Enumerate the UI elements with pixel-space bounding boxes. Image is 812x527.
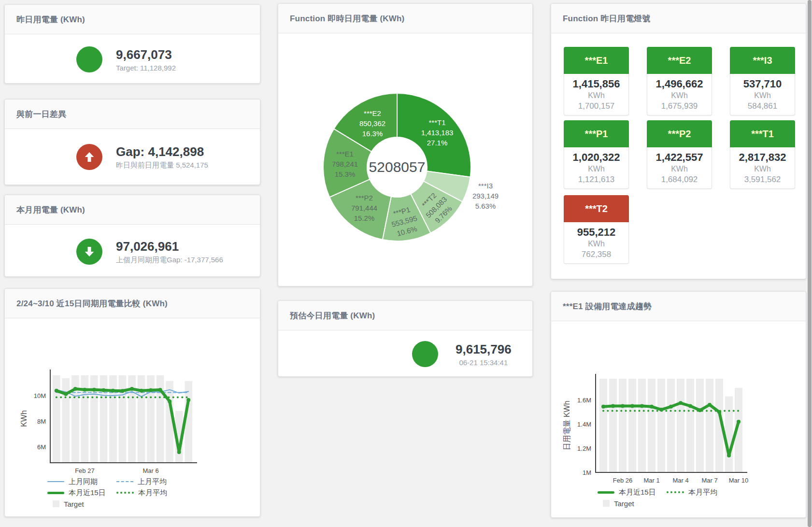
status-tile[interactable]: ***P11,020,322KWh1,121,613 xyxy=(564,120,629,189)
series-point xyxy=(168,399,171,403)
status-tile-body: 1,422,557KWh1,684,092 xyxy=(647,147,712,189)
series-point xyxy=(111,389,115,393)
series-point xyxy=(698,408,702,412)
legend-item[interactable]: 本月近15日 xyxy=(47,488,116,498)
series-point xyxy=(737,420,741,424)
series-point xyxy=(640,404,644,408)
status-tile[interactable]: ***E21,496,662KWh1,675,939 xyxy=(647,47,712,115)
status-tile[interactable]: ***I3537,710KWh584,861 xyxy=(730,47,795,115)
pie-slice-T1[interactable] xyxy=(397,93,471,177)
estimate-today-value: 9,615,796 xyxy=(456,342,512,356)
target-bar xyxy=(648,379,655,472)
status-tile[interactable]: ***P21,422,557KWh1,684,092 xyxy=(647,120,712,189)
compare-chart-legend: 上月同期上月平均本月近15日本月平均Target xyxy=(47,477,167,509)
legend-item[interactable]: 本月近15日 xyxy=(598,488,667,497)
card-e1-trend-chart: ***E1 設備用電達成趨勢 1M1.2M1.4M1.6MFeb 26Mar 1… xyxy=(551,291,806,518)
legend-label: 本月近15日 xyxy=(619,488,656,497)
tile-unit: KWh xyxy=(588,239,605,249)
tile-value: 537,710 xyxy=(743,78,782,90)
target-bar xyxy=(53,375,60,463)
series-point xyxy=(630,404,634,408)
vertical-scrollbar-thumb[interactable] xyxy=(808,0,812,527)
tile-unit: KWh xyxy=(754,90,771,101)
tile-secondary-value: 1,675,939 xyxy=(661,101,698,112)
function-usage-donut-chart[interactable] xyxy=(278,33,532,286)
legend-label: 上月平均 xyxy=(138,477,167,486)
card-month-usage: 本月用電量 (KWh) 97,026,961 上個月同期用電Gap: -17,3… xyxy=(4,195,260,277)
tile-secondary-value: 1,121,613 xyxy=(578,174,615,185)
card-title: ***E1 設備用電達成趨勢 xyxy=(551,292,806,321)
status-tile-header[interactable]: ***E2 xyxy=(647,47,712,74)
status-tile-header[interactable]: ***P1 xyxy=(564,120,629,147)
y-axis-tick-label: 1.2M xyxy=(577,445,591,452)
status-tile-body: 1,020,322KWh1,121,613 xyxy=(564,147,629,189)
target-bar xyxy=(667,379,675,472)
tile-unit: KWh xyxy=(671,90,688,101)
target-bar xyxy=(619,379,627,472)
status-tile-body: 537,710KWh584,861 xyxy=(730,74,795,115)
series-point xyxy=(64,392,68,396)
legend-item[interactable]: Target xyxy=(598,499,634,508)
series-point xyxy=(121,389,125,393)
status-tile-header[interactable]: ***T2 xyxy=(564,195,629,222)
tile-value: 1,415,856 xyxy=(573,78,620,90)
series-point xyxy=(101,388,105,392)
card-title: 本月用電量 (KWh) xyxy=(5,195,260,225)
status-tile[interactable]: ***T12,817,832KWh3,591,562 xyxy=(730,120,795,189)
series-point xyxy=(659,408,663,412)
legend-line-swatch xyxy=(47,481,64,482)
tile-value: 2,817,832 xyxy=(739,151,786,164)
tile-value: 955,212 xyxy=(577,226,616,239)
target-bar xyxy=(677,379,684,472)
target-bar xyxy=(109,375,117,463)
legend-label: 本月平均 xyxy=(138,488,167,498)
status-tile[interactable]: ***E11,415,856KWh1,700,157 xyxy=(564,47,629,115)
status-tile-header[interactable]: ***I3 xyxy=(730,47,795,74)
month-usage-value: 97,026,961 xyxy=(116,239,223,254)
card-compare-15day-chart: 2/24~3/10 近15日同期用電量比較 (KWh) 6M8M10MFeb 2… xyxy=(4,288,260,517)
series-point xyxy=(601,405,605,409)
legend-label: 本月平均 xyxy=(688,488,717,497)
series-point xyxy=(177,450,181,454)
card-realtime-donut: Function 即時日用電量 (KWh) ***T11,413,18327.1… xyxy=(278,3,533,286)
x-axis-tick-label: Feb 26 xyxy=(613,477,632,484)
target-bar xyxy=(696,379,704,472)
legend-box-swatch xyxy=(603,500,610,507)
tile-unit: KWh xyxy=(671,164,688,174)
legend-item[interactable]: 本月平均 xyxy=(667,488,717,497)
y-axis-tick-label: 8M xyxy=(37,418,46,425)
series-point xyxy=(83,388,86,392)
card-day-gap: 與前一日差異 Gap: 4,142,898 昨日與前日用電量 5,524,175 xyxy=(4,99,260,185)
status-tile[interactable]: ***T2955,212KWh762,358 xyxy=(564,195,629,264)
legend-item[interactable]: 上月平均 xyxy=(116,477,167,486)
target-bar xyxy=(138,375,145,463)
series-point xyxy=(55,389,58,393)
tile-value: 1,020,322 xyxy=(573,151,620,164)
legend-item[interactable]: 本月平均 xyxy=(116,488,167,498)
legend-label: Target xyxy=(614,499,634,508)
legend-line-swatch xyxy=(47,492,64,494)
card-yesterday-usage: 昨日用電量 (KWh) 9,667,073 Target: 11,128,992 xyxy=(4,4,260,84)
status-tile-header[interactable]: ***T1 xyxy=(730,120,795,147)
card-title: 與前一日差異 xyxy=(5,100,260,129)
legend-item[interactable]: 上月同期 xyxy=(47,477,116,486)
card-estimate-today: 預估今日用電量 (KWh) 9,615,796 06-21 15:34:41 xyxy=(278,300,533,377)
tile-secondary-value: 1,684,092 xyxy=(661,174,698,185)
legend-item[interactable]: Target xyxy=(47,500,84,508)
legend-label: 上月同期 xyxy=(69,477,98,486)
series-point xyxy=(679,401,683,405)
y-axis-tick-label: 10M xyxy=(34,392,46,399)
series-point xyxy=(130,387,134,391)
status-tile-header[interactable]: ***E1 xyxy=(564,47,629,74)
status-tile-body: 1,496,662KWh1,675,939 xyxy=(647,74,712,115)
legend-dotted-line-swatch xyxy=(116,492,134,494)
x-axis-tick-label: Mar 4 xyxy=(672,477,688,484)
tile-unit: KWh xyxy=(588,90,605,101)
status-tile-header[interactable]: ***P2 xyxy=(647,120,712,147)
tile-secondary-value: 762,358 xyxy=(582,249,611,260)
status-tile-body: 2,817,832KWh3,591,562 xyxy=(730,147,795,189)
status-tile-body: 1,415,856KWh1,700,157 xyxy=(564,74,629,115)
series-point xyxy=(158,388,162,392)
card-title: 昨日用電量 (KWh) xyxy=(5,5,260,34)
estimate-timestamp: 06-21 15:34:41 xyxy=(456,358,512,367)
